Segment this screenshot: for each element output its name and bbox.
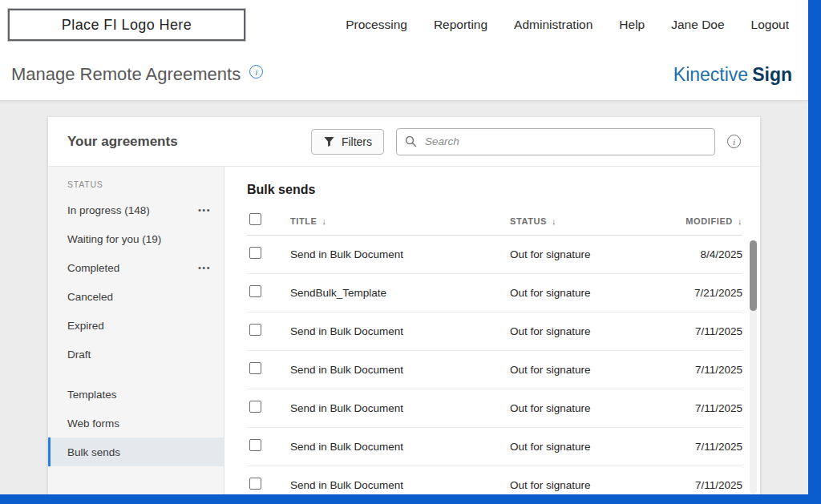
row-title: Send in Bulk Document	[290, 364, 510, 376]
table-header-row: TITLE ↓ STATUS ↓ MODIFIED ↓	[247, 207, 742, 236]
sort-descending-icon: ↓	[552, 216, 556, 226]
nav-logout[interactable]: Logout	[751, 18, 789, 32]
table-row[interactable]: Send in Bulk Document Out for signature …	[247, 428, 742, 466]
sidebar-item-completed[interactable]: Completed •••	[48, 253, 224, 282]
row-modified: 7/21/2025	[648, 287, 742, 299]
sidebar-item-label: In progress (148)	[67, 204, 150, 216]
row-title: Send in Bulk Document	[290, 479, 510, 491]
table-scrollbar-thumb[interactable]	[750, 240, 757, 311]
row-title: Send in Bulk Document	[290, 325, 510, 337]
table-row[interactable]: Send in Bulk Document Out for signature …	[247, 389, 742, 428]
nav-processing[interactable]: Processing	[346, 18, 407, 32]
row-status: Out for signature	[510, 402, 648, 414]
row-status: Out for signature	[510, 325, 648, 337]
status-sidebar: STATUS In progress (148) ••• Waiting for…	[48, 167, 224, 494]
sidebar-item-expired[interactable]: Expired	[48, 311, 224, 340]
row-checkbox-cell	[247, 247, 290, 262]
main-nav: Processing Reporting Administration Help…	[346, 18, 789, 32]
table-row[interactable]: Send in Bulk Document Out for signature …	[247, 466, 742, 494]
row-status: Out for signature	[510, 248, 648, 260]
sidebar-item-label: Web forms	[67, 417, 119, 429]
row-checkbox[interactable]	[249, 247, 261, 259]
row-checkbox[interactable]	[249, 285, 261, 297]
table-row[interactable]: SendBulk_Template Out for signature 7/21…	[247, 274, 742, 312]
row-modified: 7/11/2025	[648, 479, 742, 491]
row-checkbox-cell	[247, 362, 290, 377]
card-info-icon[interactable]: i	[727, 135, 741, 148]
row-checkbox-cell	[247, 478, 290, 493]
brand-logo: KinectiveSign	[673, 64, 792, 86]
brand-name-primary: Kinective	[673, 64, 748, 85]
page-title: Manage Remote Agreements	[11, 64, 241, 85]
nav-user[interactable]: Jane Doe	[671, 18, 724, 32]
row-checkbox-cell	[247, 401, 290, 416]
column-header-modified[interactable]: MODIFIED ↓	[648, 216, 742, 226]
main-content: Your agreements Filters i STATUS	[0, 101, 808, 494]
table-title: Bulk sends	[247, 183, 742, 197]
top-nav-bar: Place FI Logo Here Processing Reporting …	[0, 0, 808, 50]
row-modified: 7/11/2025	[648, 364, 742, 376]
table-row[interactable]: Send in Bulk Document Out for signature …	[247, 236, 742, 274]
row-modified: 7/11/2025	[648, 325, 742, 337]
row-checkbox-cell	[247, 324, 290, 339]
agreements-card-body: STATUS In progress (148) ••• Waiting for…	[48, 167, 760, 494]
sidebar-item-label: Draft	[67, 349, 91, 361]
app-window: Place FI Logo Here Processing Reporting …	[0, 0, 808, 494]
sidebar-item-label: Waiting for you (19)	[67, 233, 161, 245]
row-checkbox[interactable]	[249, 401, 261, 413]
sidebar-item-label: Templates	[67, 389, 117, 401]
status-section-label: STATUS	[48, 179, 224, 196]
row-modified: 7/11/2025	[648, 441, 742, 453]
row-status: Out for signature	[510, 287, 648, 299]
sort-descending-icon: ↓	[738, 216, 742, 226]
sort-descending-icon: ↓	[322, 216, 327, 226]
row-modified: 8/4/2025	[648, 248, 742, 260]
filters-button[interactable]: Filters	[311, 129, 384, 155]
nav-help[interactable]: Help	[619, 18, 645, 32]
row-title: Send in Bulk Document	[290, 441, 510, 453]
column-header-title[interactable]: TITLE ↓	[290, 216, 510, 226]
sidebar-item-waiting-for-you[interactable]: Waiting for you (19)	[48, 224, 224, 253]
row-checkbox-cell	[247, 439, 290, 454]
search-input[interactable]	[423, 135, 706, 148]
column-header-status[interactable]: STATUS ↓	[510, 216, 648, 226]
search-box	[396, 128, 715, 155]
sidebar-item-web-forms[interactable]: Web forms	[48, 409, 224, 437]
filter-funnel-icon	[323, 135, 335, 147]
row-checkbox[interactable]	[249, 478, 261, 490]
page-title-group: Manage Remote Agreements i	[11, 64, 263, 85]
sidebar-item-label: Canceled	[67, 291, 113, 303]
row-checkbox[interactable]	[249, 439, 261, 451]
agreements-card-header: Your agreements Filters i	[48, 117, 760, 167]
row-status: Out for signature	[510, 441, 648, 453]
row-checkbox[interactable]	[249, 324, 261, 336]
search-icon	[405, 135, 417, 147]
select-all-checkbox[interactable]	[249, 213, 261, 225]
fi-logo-text: Place FI Logo Here	[62, 17, 192, 34]
sidebar-item-templates[interactable]: Templates	[48, 380, 224, 409]
sidebar-item-label: Completed	[67, 262, 119, 274]
row-title: Send in Bulk Document	[290, 402, 510, 414]
filters-label: Filters	[342, 135, 372, 148]
row-checkbox[interactable]	[249, 362, 261, 374]
sidebar-item-label: Bulk sends	[67, 446, 120, 458]
nav-administration[interactable]: Administration	[514, 18, 592, 32]
fi-logo-placeholder: Place FI Logo Here	[8, 9, 245, 41]
page-info-icon[interactable]: i	[249, 65, 263, 79]
row-checkbox-cell	[247, 285, 290, 300]
table-row[interactable]: Send in Bulk Document Out for signature …	[247, 312, 742, 351]
sidebar-item-label: Expired	[67, 320, 104, 332]
table-row[interactable]: Send in Bulk Document Out for signature …	[247, 351, 742, 389]
sidebar-item-in-progress[interactable]: In progress (148) •••	[48, 196, 224, 224]
row-title: Send in Bulk Document	[290, 248, 510, 260]
row-title: SendBulk_Template	[290, 287, 510, 299]
sidebar-item-draft[interactable]: Draft	[48, 340, 224, 369]
sidebar-item-canceled[interactable]: Canceled	[48, 282, 224, 311]
sidebar-item-bulk-sends[interactable]: Bulk sends	[48, 437, 224, 466]
ellipsis-icon[interactable]: •••	[198, 264, 211, 272]
agreements-card: Your agreements Filters i STATUS	[48, 117, 760, 494]
nav-reporting[interactable]: Reporting	[434, 18, 487, 32]
ellipsis-icon[interactable]: •••	[198, 206, 211, 215]
brand-name-secondary: Sign	[752, 64, 792, 85]
table-scrollbar[interactable]	[750, 240, 757, 494]
